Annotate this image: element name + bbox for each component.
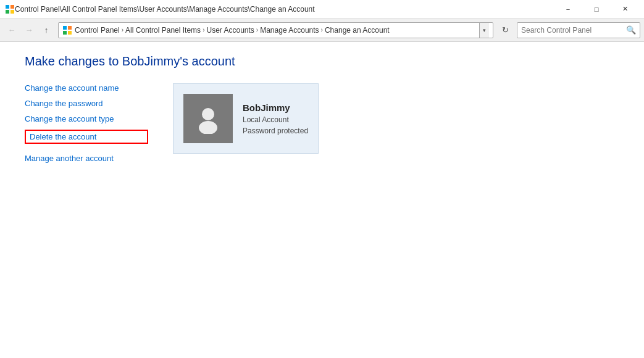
delete-account-link[interactable]: Delete the account bbox=[25, 130, 148, 144]
change-password-link[interactable]: Change the password bbox=[25, 99, 148, 108]
change-type-link[interactable]: Change the account type bbox=[25, 114, 148, 123]
main-layout: Change the account name Change the passw… bbox=[25, 83, 619, 163]
title-bar: Control Panel\All Control Panel Items\Us… bbox=[0, 0, 644, 19]
svg-rect-4 bbox=[63, 26, 67, 30]
svg-rect-0 bbox=[6, 5, 9, 9]
svg-rect-1 bbox=[10, 5, 14, 9]
account-detail-password: Password protected bbox=[243, 127, 308, 135]
app-icon bbox=[5, 4, 15, 14]
address-all-items[interactable]: All Control Panel Items bbox=[125, 26, 201, 35]
account-detail-type: Local Account bbox=[243, 115, 308, 124]
address-icon bbox=[62, 25, 72, 35]
svg-rect-3 bbox=[10, 10, 14, 14]
actions-panel: Change the account name Change the passw… bbox=[25, 83, 148, 163]
minimize-button[interactable]: − bbox=[554, 0, 582, 19]
svg-rect-7 bbox=[68, 31, 72, 35]
close-button[interactable]: ✕ bbox=[611, 0, 639, 19]
svg-point-8 bbox=[202, 108, 214, 120]
search-input[interactable] bbox=[521, 26, 626, 35]
content-area: Make changes to BobJimmy's account Chang… bbox=[0, 42, 644, 358]
account-avatar bbox=[183, 94, 233, 143]
manage-another-link[interactable]: Manage another account bbox=[25, 154, 148, 163]
address-manage-accounts[interactable]: Manage Accounts bbox=[260, 26, 319, 35]
refresh-button[interactable]: ↻ bbox=[497, 22, 513, 38]
svg-rect-6 bbox=[63, 31, 67, 35]
svg-point-9 bbox=[199, 121, 217, 134]
window-title: Control Panel\All Control Panel Items\Us… bbox=[15, 5, 554, 14]
address-change-account: Change an Account bbox=[325, 26, 390, 35]
address-dropdown-button[interactable]: ▾ bbox=[479, 22, 489, 38]
back-button[interactable]: ← bbox=[4, 22, 20, 38]
up-button[interactable]: ↑ bbox=[38, 22, 54, 38]
nav-bar: ← → ↑ Control Panel › All Control Panel … bbox=[0, 19, 644, 42]
change-name-link[interactable]: Change the account name bbox=[25, 83, 148, 93]
svg-rect-2 bbox=[6, 10, 9, 14]
address-bar: Control Panel › All Control Panel Items … bbox=[58, 22, 493, 38]
page-title: Make changes to BobJimmy's account bbox=[25, 54, 619, 69]
forward-button[interactable]: → bbox=[21, 22, 37, 38]
svg-rect-5 bbox=[68, 26, 72, 30]
address-path: Control Panel › All Control Panel Items … bbox=[75, 26, 479, 35]
address-control-panel[interactable]: Control Panel bbox=[75, 26, 120, 35]
address-user-accounts[interactable]: User Accounts bbox=[206, 26, 254, 35]
account-name: BobJimmy bbox=[243, 102, 308, 113]
window-controls: − □ ✕ bbox=[554, 0, 639, 19]
maximize-button[interactable]: □ bbox=[582, 0, 611, 19]
search-bar: 🔍 bbox=[517, 22, 640, 38]
account-info: BobJimmy Local Account Password protecte… bbox=[243, 102, 308, 135]
account-card: BobJimmy Local Account Password protecte… bbox=[173, 83, 319, 154]
search-button[interactable]: 🔍 bbox=[626, 25, 636, 35]
